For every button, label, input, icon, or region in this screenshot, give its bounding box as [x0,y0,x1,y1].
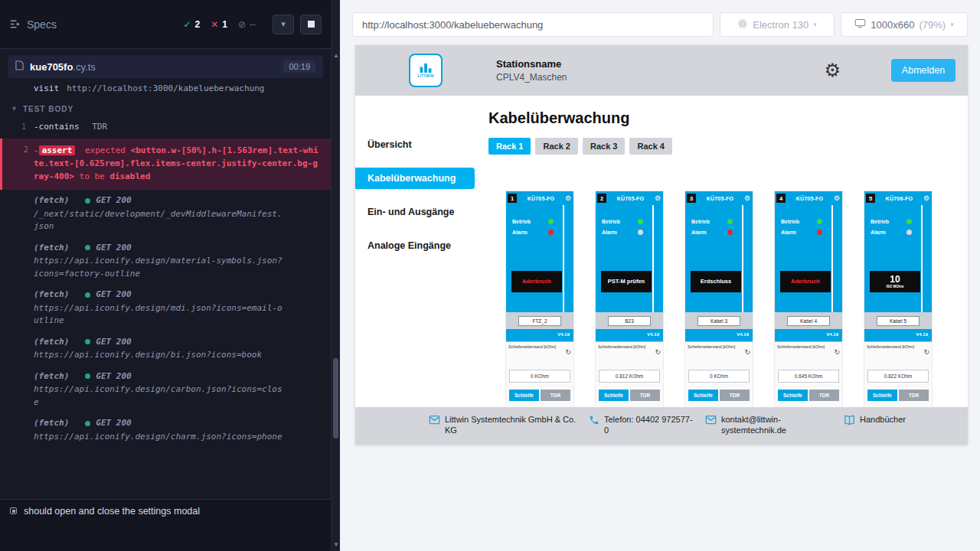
url-bar[interactable] [352,12,714,37]
alarm-led [817,230,822,235]
viewport-size: 1000x660 [871,19,914,31]
cable-label: Kabel 3 [697,316,740,326]
tab-rack-1[interactable]: Rack 1 [488,138,531,155]
url-input[interactable] [362,19,704,31]
device-settings-icon[interactable]: ⚙ [744,195,750,202]
test-body-section[interactable]: ▼ TEST BODY [0,99,331,118]
device-settings-icon[interactable]: ⚙ [834,195,840,202]
tdr-button[interactable]: TDR [630,390,660,401]
command-row-visit[interactable]: visithttp://localhost:3000/kabelueberwac… [0,84,331,99]
device-settings-icon[interactable]: ⚙ [923,195,929,202]
device-title: KÜ706-FO [875,196,923,201]
measure-value: 0 KOhm [509,370,570,383]
device-card: 2KÜ705-FO⚙ Betrieb Alarm PST-M prüfen B2… [596,191,663,407]
phone-icon [589,415,599,425]
device-title: KÜ705-FO [696,196,744,201]
betrieb-led [638,219,643,224]
tdr-button[interactable]: TDR [720,390,750,401]
schleife-button[interactable]: Schleife [867,390,897,401]
logout-button[interactable]: Abmelden [891,59,956,82]
station-value: CPLV4_Maschen [496,72,567,83]
refresh-icon[interactable]: ↻ [655,349,661,356]
betrieb-led [548,219,554,224]
device-card: 3KÜ705-FO⚙ Betrieb Alarm Erdschluss Kabe… [685,191,753,407]
status-ok-dot [85,198,90,204]
measure-value: 0.822 KOhm [867,370,929,383]
alarm-led [906,230,912,235]
collapse-button[interactable]: ▾ [273,15,294,34]
device-title: KÜ705-FO [786,196,834,201]
page-title: Kabelüberwachung [488,109,968,127]
next-test-row[interactable]: should open and close the settings modal [0,499,331,522]
refresh-icon[interactable]: ↻ [744,349,750,356]
refresh-icon[interactable]: ↻ [923,349,929,356]
tab-rack-3[interactable]: Rack 3 [583,138,625,155]
footer-manuals-link[interactable]: Handbücher [844,414,906,425]
alarm-led [727,230,733,235]
schleife-button[interactable]: Schleife [778,390,808,401]
device-number: 4 [776,194,786,203]
firmware-version: V4.19 [737,332,749,337]
measure-label: Schleifenwiderstand [kOhm] [685,342,753,349]
specs-menu-button[interactable]: Specs [9,18,57,31]
failed-assert-row[interactable]: 2 -assert expected <button.w-[50%].h-[1.… [0,139,331,190]
browser-select[interactable]: Electron 130 ▾ [720,12,835,37]
reporter-scrollbar[interactable]: ▲ ▼ [331,0,340,551]
sidebar-item-uebersicht[interactable]: Übersicht [355,134,475,155]
scroll-up-arrow[interactable]: ▲ [332,52,341,59]
station-label: Stationsname [496,58,567,70]
network-log-row[interactable]: (fetch)GET 200 /_next/static/development… [0,190,331,237]
assert-state: disabled [109,171,150,181]
status-ok-dot [85,292,90,298]
sidebar-item-ein-und-ausgaenge[interactable]: Ein- und Ausgänge [355,201,475,223]
electron-icon [737,18,748,31]
network-log-row[interactable]: (fetch)GET 200 https://api.iconify.desig… [0,412,331,447]
firmware-version: V4.19 [826,332,838,337]
scrollbar-thumb[interactable] [333,358,338,439]
card-divider [652,205,654,317]
x-icon: ✕ [211,19,218,30]
refresh-icon[interactable]: ↻ [565,349,571,356]
card-divider [563,205,564,317]
network-log-row[interactable]: (fetch)GET 200 https://api.iconify.desig… [0,237,331,285]
test-title: should open and close the settings modal [24,506,200,517]
book-icon [844,415,855,425]
spec-file[interactable]: kue705fo.cy.ts 00:19 [8,55,323,78]
command-row-contains[interactable]: 1 -contains TDR [0,118,331,137]
request-url: https://api.iconify.design/carbon.json?i… [34,383,285,409]
schleife-button[interactable]: Schleife [599,390,629,401]
measurement-panel: Schleifenwiderstand [kOhm] ↻ 0.645 KOhm … [775,341,842,407]
network-log-row[interactable]: (fetch)GET 200 https://api.iconify.desig… [0,284,331,331]
tdr-button[interactable]: TDR [809,390,839,401]
logo-bars-icon [419,63,433,73]
refresh-icon[interactable]: ↻ [834,349,840,356]
card-divider [831,205,833,317]
firmware-version: V4.19 [916,332,928,337]
chevron-down-icon: ▾ [813,21,817,28]
request-url: /_next/static/development/_devMiddleware… [34,208,285,233]
cable-label: Kabel 5 [877,316,920,326]
tdr-button[interactable]: TDR [899,390,929,401]
sidebar-item-kabelueberwachung[interactable]: Kabelüberwachung [355,168,475,189]
sidebar-item-analoge-eingaenge[interactable]: Analoge Eingänge [355,235,475,256]
device-title: KÜ705-FO [606,196,655,201]
schleife-button[interactable]: Schleife [509,390,539,401]
network-log-row[interactable]: (fetch)GET 200 https://api.iconify.desig… [0,331,331,366]
settings-gear-icon[interactable]: ⚙ [824,61,841,80]
chevron-down-icon: ▼ [11,105,18,112]
stop-button[interactable] [300,15,322,34]
command-log: visithttp://localhost:3000/kabelueberwac… [0,84,331,499]
device-card: 1KÜ705-FO⚙ Betrieb Alarm Aderbruch FTZ_2… [506,191,573,407]
cypress-reporter: Specs ✓2 ✕1 ⊘-- ▾ kue705fo.cy.ts 00:19 v… [0,0,331,551]
device-settings-icon[interactable]: ⚙ [565,195,571,202]
viewport-select[interactable]: 1000x660 (79%) ▾ [841,12,968,37]
schleife-button[interactable]: Schleife [688,390,718,401]
measurement-panel: Schleifenwiderstand [kOhm] ↻ 0 KOhm Schl… [685,341,753,407]
tab-rack-2[interactable]: Rack 2 [535,138,577,155]
reporter-header: Specs ✓2 ✕1 ⊘-- ▾ [0,0,331,49]
device-settings-icon[interactable]: ⚙ [655,195,661,202]
network-log-row[interactable]: (fetch)GET 200 https://api.iconify.desig… [0,366,331,413]
tdr-button[interactable]: TDR [541,390,570,401]
tab-rack-4[interactable]: Rack 4 [629,138,671,155]
scroll-down-arrow[interactable]: ▼ [332,541,341,548]
